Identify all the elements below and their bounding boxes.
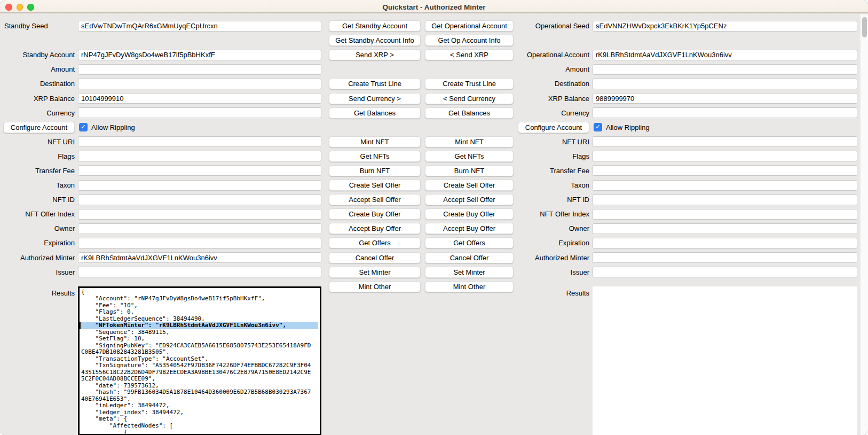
button-slot: Accept Sell Offer (329, 192, 421, 207)
field-input[interactable] (593, 252, 857, 263)
field-label: Destination (0, 80, 78, 88)
operational-results-box[interactable] (593, 286, 857, 435)
field-input[interactable] (593, 136, 857, 147)
field-input[interactable] (593, 50, 857, 60)
field-input[interactable] (78, 180, 321, 191)
action-button[interactable]: Get Offers (425, 237, 514, 248)
action-button[interactable]: Create Buy Offer (329, 208, 421, 220)
action-button[interactable]: Mint NFT (329, 136, 421, 147)
action-button[interactable]: Cancel Offer (329, 252, 421, 263)
action-button[interactable]: Burn NFT (425, 165, 514, 176)
field-row: NFT URI (0, 135, 321, 149)
field-input[interactable] (78, 107, 321, 118)
field-row: Amount (515, 62, 857, 76)
standby-results-row: Results { "Account": "rNP47gJFvDyW8gsDo4… (0, 286, 321, 435)
field-input[interactable] (78, 79, 321, 89)
button-slot (425, 62, 514, 76)
field-input[interactable] (78, 267, 321, 277)
check-icon: ✓ (81, 124, 86, 130)
field-input[interactable] (78, 165, 321, 176)
standby-seed-input[interactable] (78, 21, 321, 32)
field-input[interactable] (593, 165, 857, 176)
configure-account-button[interactable]: Configure Account (3, 122, 75, 133)
action-button[interactable]: Get Operational Account (425, 20, 514, 32)
field-input[interactable] (78, 151, 321, 161)
action-button[interactable]: Get Op Account Info (425, 35, 514, 46)
field-label: NFT URI (0, 138, 78, 146)
button-slot: Mint Other (329, 279, 421, 294)
action-button[interactable]: Accept Buy Offer (329, 223, 421, 234)
button-slot: Get Balances (329, 106, 421, 120)
field-input[interactable] (78, 93, 321, 104)
field-input[interactable] (78, 136, 321, 147)
results-line: { (81, 429, 318, 435)
action-button[interactable]: Get NFTs (425, 151, 514, 162)
field-input[interactable] (593, 79, 857, 89)
configure-account-button[interactable]: Configure Account (518, 122, 589, 133)
minimize-button[interactable] (17, 4, 23, 11)
action-button[interactable]: Get Standby Account (329, 20, 421, 32)
action-button[interactable]: Accept Sell Offer (425, 194, 514, 205)
action-button[interactable]: Send Currency > (329, 93, 421, 104)
standby-results-box[interactable]: { "Account": "rNP47gJFvDyW8gsDo4weB17if5… (78, 286, 321, 435)
action-button[interactable]: Get Standby Account Info (329, 35, 421, 46)
field-row: Currency (0, 106, 321, 120)
button-slot: Accept Buy Offer (329, 221, 421, 236)
fullscreen-button[interactable] (27, 4, 34, 11)
field-input[interactable] (593, 93, 857, 104)
button-slot: Create Trust Line (425, 76, 514, 91)
action-button[interactable]: Create Trust Line (425, 78, 514, 89)
action-button[interactable]: Accept Buy Offer (425, 223, 514, 234)
allow-rippling-checkbox[interactable]: ✓ (79, 123, 88, 131)
action-button[interactable]: Mint Other (425, 281, 514, 292)
close-button[interactable] (5, 4, 12, 11)
scrollbar[interactable] (860, 14, 868, 435)
operational-seed-input[interactable] (593, 21, 857, 32)
action-button[interactable]: Set Minter (329, 267, 421, 278)
action-button[interactable]: < Send XRP (425, 49, 514, 60)
field-input[interactable] (593, 64, 857, 75)
scrollbar-thumb[interactable] (862, 17, 867, 37)
action-button[interactable]: Get Balances (425, 107, 514, 119)
field-input[interactable] (593, 223, 857, 234)
field-input[interactable] (593, 209, 857, 220)
field-input[interactable] (78, 195, 321, 205)
action-button[interactable]: Get Offers (329, 237, 421, 248)
field-row: NFT ID (0, 192, 321, 207)
check-icon: ✓ (595, 124, 601, 130)
action-button[interactable]: Create Sell Offer (425, 180, 514, 191)
field-input[interactable] (78, 223, 321, 234)
action-button[interactable]: Send XRP > (329, 49, 421, 60)
field-input[interactable] (78, 238, 321, 248)
title-bar[interactable]: Quickstart - Authorized Minter (0, 0, 868, 14)
spacer-row (0, 33, 321, 48)
results-label: Results (515, 286, 593, 297)
standby-configure-row: Configure Account ✓ Allow Rippling (0, 120, 321, 135)
field-input[interactable] (78, 252, 321, 263)
field-input[interactable] (593, 151, 857, 161)
field-input[interactable] (593, 180, 857, 191)
allow-rippling-checkbox[interactable]: ✓ (594, 123, 602, 131)
field-input[interactable] (593, 238, 857, 248)
action-button[interactable]: < Send Currency (425, 93, 514, 104)
action-button[interactable]: Set Minter (425, 267, 514, 278)
field-input[interactable] (593, 267, 857, 277)
action-button[interactable]: Get NFTs (329, 151, 421, 162)
action-button[interactable]: Cancel Offer (425, 252, 514, 263)
action-button[interactable]: Accept Sell Offer (329, 194, 421, 205)
action-button[interactable]: Create Trust Line (329, 78, 421, 89)
action-button[interactable]: Create Sell Offer (329, 180, 421, 191)
action-button[interactable]: Mint Other (329, 281, 421, 292)
action-button[interactable]: Burn NFT (329, 165, 421, 176)
field-input[interactable] (593, 107, 857, 118)
field-input[interactable] (593, 195, 857, 205)
action-button[interactable]: Create Buy Offer (425, 208, 514, 220)
button-slot: Set Minter (329, 265, 421, 279)
field-input[interactable] (78, 50, 321, 60)
action-button[interactable]: Get Balances (329, 107, 421, 119)
action-button[interactable]: Mint NFT (425, 136, 514, 147)
field-row: Destination (0, 76, 321, 91)
button-slot: Get NFTs (425, 149, 514, 164)
field-input[interactable] (78, 64, 321, 75)
field-input[interactable] (78, 209, 321, 220)
